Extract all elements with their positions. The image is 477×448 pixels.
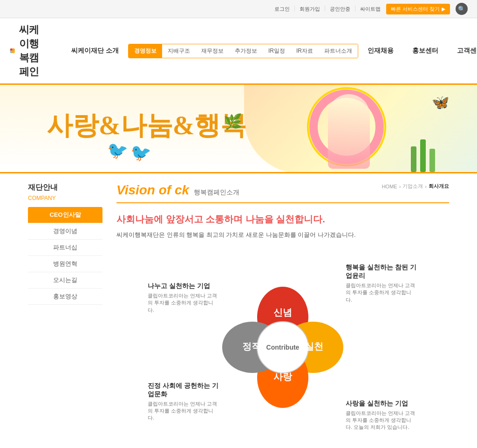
quick-service-label: 빠른 서비스센터 찾기 [391,6,440,13]
sidebar-menu: CEO인사말 경영이념 파트너십 병원연혁 오시는길 홍보영상 [28,207,102,305]
sidebar-item-partnership[interactable]: 파트너십 [28,240,102,256]
page-header: Vision of ck 행복캠페인소개 HOME › 기업소개 › 회사개요 [116,183,449,203]
nav-sub-finance[interactable]: 재무정보 [196,44,229,58]
breadcrumb-company[interactable]: 기업소개 [402,183,423,190]
nav-item-foundation[interactable]: 씨케이재단 소개 [62,43,128,59]
sidebar-item-ceo[interactable]: CEO인사말 [28,207,102,223]
page-title-sub: 행복캠페인소개 [194,188,239,197]
page-title-main: Vision of ck [116,183,189,198]
banner-butterfly: 🦋 [432,94,449,110]
main-heading: 사회나눔에 앞장서고 소통하며 나눔을 실천합니다. [116,213,449,226]
label-bottom-left-title: 진정 사회에 공헌하는 기업문화 [148,382,220,399]
nav-sub-partners[interactable]: 파트너소개 [319,44,358,58]
main-content: Vision of ck 행복캠페인소개 HOME › 기업소개 › 회사개요 … [116,183,449,441]
topbar-register[interactable]: 회원가입 [300,6,320,13]
sidebar-item-directions[interactable]: 오시는길 [28,272,102,289]
nav-sub-governance[interactable]: 지배구조 [162,44,196,58]
nav-sub-ir-data[interactable]: IR자료 [291,44,319,58]
breadcrumb-home[interactable]: HOME [382,184,397,189]
label-bottom-right: 사랑을 실천하는 기업 클립아트코리아는 언제나 고객의 투자를 소중하게 생각… [346,400,418,431]
header: 씨케이행복캠페인 씨케이재단 소개 경영정보 지배구조 재무정보 추가정보 IR… [0,18,477,85]
label-top-left-title: 나누고 실천하는 기업 [148,282,220,290]
topbar-official[interactable]: 공인안중 [330,6,350,13]
svg-text:사랑: 사랑 [273,372,293,382]
banner-person [328,94,370,169]
arrow-icon: ▶ [442,6,445,12]
nav-section: 씨케이재단 소개 경영정보 지배구조 재무정보 추가정보 IR일정 IR자료 파… [62,43,477,59]
page-title: Vision of ck 행복캠페인소개 [116,183,239,198]
main-desc: 씨케이행복재단은 인류의 행복을 최고의 가치로 새로운 나눔문화를 이끌어 나… [116,230,449,240]
logo-icon [9,41,15,61]
search-button[interactable]: 🔍 [456,3,468,15]
label-top-left-desc: 클립아트코리아는 언제나 고객의 투자를 소중하게 생각합니다. [148,292,220,314]
label-top-right-desc: 클립아트코리아는 언제나 고객의 투자를 소중하게 생각합니다. [346,282,418,303]
vision-diagram: 나누고 실천하는 기업 클립아트코리아는 언제나 고객의 투자를 소중하게 생각… [148,254,418,441]
top-bar: 로그인 회원가입 공인안중 싸이트맵 빠른 서비스센터 찾기 ▶ 🔍 [0,0,477,18]
sidebar-title: 재단안내 [28,183,102,193]
flower-decoration: 🌿 [224,113,242,131]
breadcrumb-separator2: › [425,184,427,189]
nav-sub-extra[interactable]: 추가정보 [229,44,263,58]
sidebar-item-philosophy[interactable]: 경영이념 [28,223,102,240]
svg-point-4 [12,50,15,53]
label-bottom-left-desc: 클립아트코리아는 언제나 고객의 투자를 소중하게 생각합니다. [148,400,220,422]
nav-item-customer[interactable]: 고객센터 [448,43,477,59]
breadcrumb-current: 회사개요 [429,183,449,190]
bird-pink: 🐦 [107,141,128,160]
banner-flowers [411,139,435,172]
banner: 🐦 🐦 🦋 사랑&나눔&행복 🌿 [0,85,477,173]
label-bottom-right-title: 사랑을 실천하는 기업 [346,400,418,408]
nav-sub-ir-schedule[interactable]: IR일정 [263,44,291,58]
logo-text: 씨케이행복캠페인 [19,23,43,79]
nav-sub-management[interactable]: 경영정보 [129,44,162,58]
breadcrumb: HOME › 기업소개 › 회사개요 [382,183,449,190]
quick-service-button[interactable]: 빠른 서비스센터 찾기 ▶ [386,4,450,14]
bird-blue: 🐦 [130,143,151,163]
sidebar: 재단안내 COMPANY CEO인사말 경영이념 파트너십 병원연혁 오시는길 … [28,183,102,441]
label-top-right-title: 행복을 실천하는 참된 기업윤리 [346,263,418,280]
label-top-left: 나누고 실천하는 기업 클립아트코리아는 언제나 고객의 투자를 소중하게 생각… [148,282,220,314]
search-icon: 🔍 [458,6,465,13]
top-bar-links: 로그인 회원가입 공인안중 싸이트맵 [274,6,381,13]
nav-item-recruit[interactable]: 인재채용 [358,43,403,59]
label-bottom-right-desc: 클립아트코리아는 언제나 고객의 투자를 소중하게 생각합니다. 오늘의 저희가… [346,410,418,431]
svg-text:정직: 정직 [242,341,261,352]
topbar-login[interactable]: 로그인 [274,6,290,13]
sidebar-title-en: COMPANY [28,195,102,201]
sidebar-item-hospital[interactable]: 병원연혁 [28,256,102,272]
sidebar-item-promo[interactable]: 홍보영상 [28,289,102,305]
topbar-sitemap[interactable]: 싸이트맵 [360,6,381,13]
label-top-right: 행복을 실천하는 참된 기업윤리 클립아트코리아는 언제나 고객의 투자를 소중… [346,263,418,303]
nav-item-pr[interactable]: 홍보센터 [403,43,448,59]
nav-sub-group: 경영정보 지배구조 재무정보 추가정보 IR일정 IR자료 파트너소개 [128,44,358,58]
diagram-svg: 신념 실천 사랑 정직 Contribute [218,282,348,413]
main-nav: 씨케이재단 소개 경영정보 지배구조 재무정보 추가정보 IR일정 IR자료 파… [62,43,477,59]
logo[interactable]: 씨케이행복캠페인 [9,23,43,79]
svg-text:신념: 신념 [273,307,292,317]
banner-text-container: 사랑&나눔&행복 🌿 [47,108,246,144]
svg-text:Contribute: Contribute [266,344,300,351]
svg-text:실천: 실천 [305,341,323,352]
content-area: 재단안내 COMPANY CEO인사말 경영이념 파트너십 병원연혁 오시는길 … [0,173,477,448]
breadcrumb-separator: › [399,184,401,189]
banner-title: 사랑&나눔&행복 [47,108,246,144]
label-bottom-left: 진정 사회에 공헌하는 기업문화 클립아트코리아는 언제나 고객의 투자를 소중… [148,382,220,422]
